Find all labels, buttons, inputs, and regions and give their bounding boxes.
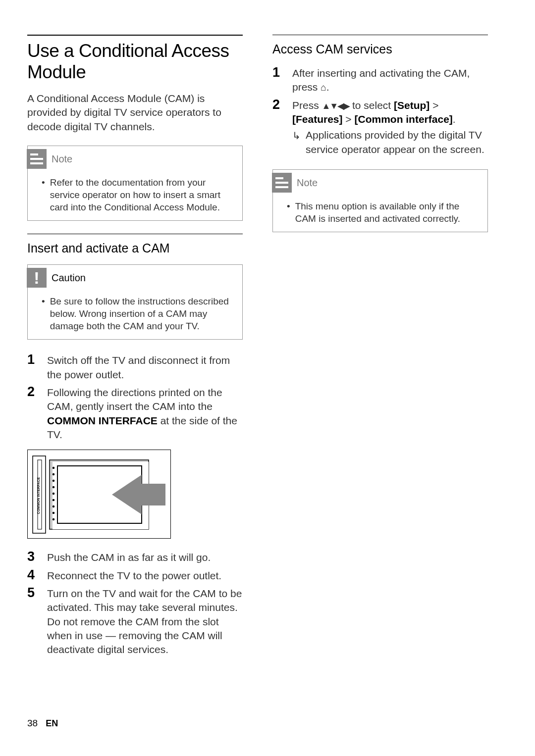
- step-text: Push the CAM in as far as it will go.: [47, 550, 211, 564]
- note-callout: Note • Refer to the documentation from y…: [27, 146, 243, 221]
- note-header: Note: [27, 146, 242, 172]
- step-2: 2 Following the directions printed on th…: [27, 385, 243, 442]
- svg-point-11: [53, 505, 54, 507]
- bullet-dot: •: [42, 177, 45, 213]
- svg-point-5: [53, 467, 54, 469]
- bullet-dot: •: [42, 296, 45, 332]
- step-number: 1: [27, 353, 38, 382]
- bullet-dot: •: [287, 201, 290, 225]
- step-number: 5: [27, 586, 38, 657]
- page-content: Use a Conditional Access Module A Condit…: [27, 35, 508, 660]
- result-text: Applications provided by the digital TV …: [306, 128, 488, 156]
- note-body: • This menu option is available only if …: [273, 196, 487, 232]
- note-callout-right: Note • This menu option is available onl…: [272, 169, 488, 232]
- step-number: 3: [27, 550, 38, 564]
- step-5: 5 Turn on the TV and wait for the CAM to…: [27, 586, 243, 657]
- caution-label: Caution: [52, 272, 86, 284]
- step-4: 4 Reconnect the TV to the power outlet.: [27, 568, 243, 583]
- caution-icon: !: [27, 268, 47, 288]
- note-icon: [27, 149, 47, 169]
- intro-paragraph: A Conditional Access Module (CAM) is pro…: [27, 92, 243, 134]
- note-header: Note: [272, 170, 487, 196]
- note-text: Refer to the documentation from your ser…: [50, 177, 234, 213]
- svg-point-13: [53, 518, 54, 520]
- note-body: • Refer to the documentation from your s…: [28, 172, 242, 220]
- subheading-rule: [272, 35, 488, 35]
- svg-point-12: [53, 512, 54, 514]
- result-line: ↳ Applications provided by the digital T…: [292, 128, 488, 156]
- home-icon: ⌂: [321, 82, 326, 93]
- subheading-rule: [27, 234, 243, 234]
- svg-point-8: [53, 486, 54, 488]
- steps-list-bottom: 3 Push the CAM in as far as it will go. …: [27, 550, 243, 656]
- right-heading: Access CAM services: [272, 42, 488, 56]
- right-step-2: 2 Press ▲▼◀▶ to select [Setup] > [Featur…: [272, 98, 488, 156]
- nav-arrows-icon: ▲▼◀▶: [322, 101, 350, 111]
- note-label: Note: [52, 153, 72, 165]
- step-number: 4: [27, 568, 38, 583]
- page-number: 38: [27, 718, 38, 729]
- heading-rule: [27, 35, 243, 36]
- note-label: Note: [297, 177, 318, 189]
- step-3: 3 Push the CAM in as far as it will go.: [27, 550, 243, 564]
- subheading: Insert and activate a CAM: [27, 241, 243, 255]
- left-column: Use a Conditional Access Module A Condit…: [27, 35, 243, 660]
- cam-insertion-diagram: COMMON INTERFACE: [27, 450, 171, 539]
- caution-header: ! Caution: [27, 265, 242, 291]
- right-steps: 1 After inserting and activating the CAM…: [272, 65, 488, 156]
- step-text: Turn on the TV and wait for the CAM to b…: [47, 586, 243, 657]
- svg-point-6: [53, 473, 54, 475]
- result-arrow-icon: ↳: [292, 128, 301, 156]
- language-code: EN: [46, 718, 58, 729]
- step-text: After inserting and activating the CAM, …: [292, 65, 488, 95]
- note-icon: [272, 173, 292, 193]
- step-1: 1 Switch off the TV and disconnect it fr…: [27, 353, 243, 382]
- step-text: Press ▲▼◀▶ to select [Setup] > [Features…: [292, 98, 488, 156]
- steps-list-top: 1 Switch off the TV and disconnect it fr…: [27, 353, 243, 442]
- right-column: Access CAM services 1 After inserting an…: [272, 35, 488, 660]
- step-number: 2: [27, 385, 38, 442]
- step-text: Switch off the TV and disconnect it from…: [47, 353, 243, 382]
- svg-point-10: [53, 499, 54, 501]
- note-text: This menu option is available only if th…: [295, 201, 480, 225]
- page-footer: 38 EN: [27, 718, 58, 729]
- step-number: 1: [272, 65, 283, 95]
- svg-point-7: [53, 480, 54, 482]
- caution-text: Be sure to follow the instructions descr…: [50, 296, 234, 332]
- caution-callout: ! Caution • Be sure to follow the instru…: [27, 264, 243, 340]
- right-step-1: 1 After inserting and activating the CAM…: [272, 65, 488, 95]
- step-text: Following the directions printed on the …: [47, 385, 243, 442]
- svg-point-9: [53, 493, 54, 495]
- caution-body: • Be sure to follow the instructions des…: [28, 291, 242, 339]
- step-number: 2: [272, 98, 283, 156]
- main-heading: Use a Conditional Access Module: [27, 41, 243, 83]
- step-text: Reconnect the TV to the power outlet.: [47, 568, 221, 583]
- diagram-slot-label: COMMON INTERFACE: [37, 477, 40, 514]
